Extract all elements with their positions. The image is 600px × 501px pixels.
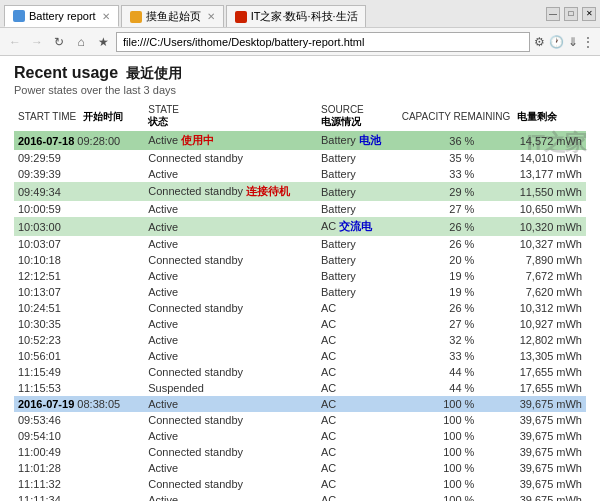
cell-state: Active	[144, 460, 317, 476]
cell-percent: 44 %	[398, 380, 479, 396]
cell-time: 10:13:07	[14, 284, 144, 300]
cell-state: Active	[144, 201, 317, 217]
table-row: 11:15:53SuspendedAC44 %17,655 mWh	[14, 380, 586, 396]
table-row: 10:03:00ActiveAC 交流电26 %10,320 mWh	[14, 217, 586, 236]
cell-mwh: 10,927 mWh	[478, 316, 586, 332]
cell-time: 11:15:53	[14, 380, 144, 396]
window-controls: — □ ✕	[546, 7, 596, 21]
cell-percent: 100 %	[398, 428, 479, 444]
cell-percent: 100 %	[398, 444, 479, 460]
table-row: 11:11:32Connected standbyAC100 %39,675 m…	[14, 476, 586, 492]
cell-state: Active	[144, 492, 317, 501]
table-row: 10:03:07ActiveBattery26 %10,327 mWh	[14, 236, 586, 252]
cell-state: Active	[144, 236, 317, 252]
cell-time: 10:10:18	[14, 252, 144, 268]
download-icon[interactable]: ⇓	[568, 35, 578, 49]
tab-moyu-close[interactable]: ✕	[207, 11, 215, 22]
cell-percent: 36 %	[398, 131, 479, 150]
table-row: 2016-07-18 09:28:00Active 使用中Battery 电池3…	[14, 131, 586, 150]
cell-time: 11:01:28	[14, 460, 144, 476]
tab-ithome[interactable]: IT之家·数码·科技·生活 ✕	[226, 5, 366, 27]
tab-ithome-label: IT之家·数码·科技·生活	[251, 9, 358, 24]
table-row: 10:24:51Connected standbyAC26 %10,312 mW…	[14, 300, 586, 316]
section-header: Recent usage 最近使用 Power states over the …	[14, 64, 586, 96]
cell-state: Connected standby	[144, 150, 317, 166]
cell-mwh: 17,655 mWh	[478, 364, 586, 380]
cell-mwh: 39,675 mWh	[478, 412, 586, 428]
tab-moyu-label: 摸鱼起始页	[146, 9, 201, 24]
cell-mwh: 10,320 mWh	[478, 217, 586, 236]
cell-time: 2016-07-19 08:38:05	[14, 396, 144, 412]
cell-mwh: 10,312 mWh	[478, 300, 586, 316]
forward-button[interactable]: →	[28, 35, 46, 49]
cell-time: 09:39:39	[14, 166, 144, 182]
th-capacity: CAPACITY REMAINING 电量剩余	[398, 102, 586, 131]
cell-time: 12:12:51	[14, 268, 144, 284]
cell-source: AC	[317, 428, 398, 444]
cell-mwh: 17,655 mWh	[478, 380, 586, 396]
minimize-button[interactable]: —	[546, 7, 560, 21]
cell-state: Connected standby	[144, 300, 317, 316]
cell-source: AC	[317, 348, 398, 364]
cell-state: Active 使用中	[144, 131, 317, 150]
menu-icon[interactable]: ⋮	[582, 35, 594, 49]
cell-source: Battery	[317, 201, 398, 217]
th-state: STATE 状态	[144, 102, 317, 131]
title-bar: Battery report ✕ 摸鱼起始页 ✕ IT之家·数码·科技·生活 ✕…	[0, 0, 600, 28]
tab-ithome-close[interactable]: ✕	[364, 11, 366, 22]
cell-time: 10:30:35	[14, 316, 144, 332]
cell-time: 2016-07-18 09:28:00	[14, 131, 144, 150]
close-button[interactable]: ✕	[582, 7, 596, 21]
cell-time: 09:49:34	[14, 182, 144, 201]
maximize-button[interactable]: □	[564, 7, 578, 21]
cell-mwh: 39,675 mWh	[478, 396, 586, 412]
refresh-button[interactable]: ↻	[50, 35, 68, 49]
table-row: 09:29:59Connected standbyBattery35 %14,0…	[14, 150, 586, 166]
cell-percent: 26 %	[398, 217, 479, 236]
settings-icon[interactable]: ⚙	[534, 35, 545, 49]
cell-mwh: 12,802 mWh	[478, 332, 586, 348]
home-button[interactable]: ⌂	[72, 35, 90, 49]
cell-source: AC	[317, 460, 398, 476]
cell-source: Battery	[317, 284, 398, 300]
table-header-row: START TIME 开始时间 STATE 状态 SOURCE 电源情况 CAP…	[14, 102, 586, 131]
tab-icon	[13, 10, 25, 22]
cell-source: Battery	[317, 182, 398, 201]
cell-state: Active	[144, 316, 317, 332]
cell-state: Active	[144, 332, 317, 348]
cell-source: AC	[317, 364, 398, 380]
address-input[interactable]	[116, 32, 530, 52]
cell-percent: 20 %	[398, 252, 479, 268]
bookmark-button[interactable]: ★	[94, 35, 112, 49]
cell-percent: 32 %	[398, 332, 479, 348]
cell-state: Active	[144, 284, 317, 300]
cell-mwh: 39,675 mWh	[478, 492, 586, 501]
cell-mwh: 7,672 mWh	[478, 268, 586, 284]
cell-state: Connected standby	[144, 412, 317, 428]
toolbar-icons: ⚙ 🕐 ⇓ ⋮	[534, 35, 594, 49]
tab-battery-report[interactable]: Battery report ✕	[4, 5, 119, 27]
back-button[interactable]: ←	[6, 35, 24, 49]
cell-source: AC	[317, 492, 398, 501]
table-row: 09:49:34Connected standby 连接待机Battery29 …	[14, 182, 586, 201]
cell-time: 11:00:49	[14, 444, 144, 460]
content-area: IT之家 Recent usage 最近使用 Power states over…	[0, 56, 600, 501]
tab-moyu[interactable]: 摸鱼起始页 ✕	[121, 5, 224, 27]
cell-state: Suspended	[144, 380, 317, 396]
cell-time: 10:00:59	[14, 201, 144, 217]
cell-time: 10:24:51	[14, 300, 144, 316]
cell-percent: 100 %	[398, 476, 479, 492]
cell-mwh: 13,305 mWh	[478, 348, 586, 364]
tab-close-btn[interactable]: ✕	[102, 11, 110, 22]
cell-mwh: 39,675 mWh	[478, 428, 586, 444]
table-row: 11:15:49Connected standbyAC44 %17,655 mW…	[14, 364, 586, 380]
cell-source: AC	[317, 380, 398, 396]
clock-icon[interactable]: 🕐	[549, 35, 564, 49]
cell-mwh: 39,675 mWh	[478, 460, 586, 476]
section-title: Recent usage 最近使用	[14, 64, 586, 83]
cell-source: Battery	[317, 252, 398, 268]
cell-state: Active	[144, 428, 317, 444]
cell-state: Active	[144, 217, 317, 236]
cell-time: 09:29:59	[14, 150, 144, 166]
cell-percent: 27 %	[398, 201, 479, 217]
